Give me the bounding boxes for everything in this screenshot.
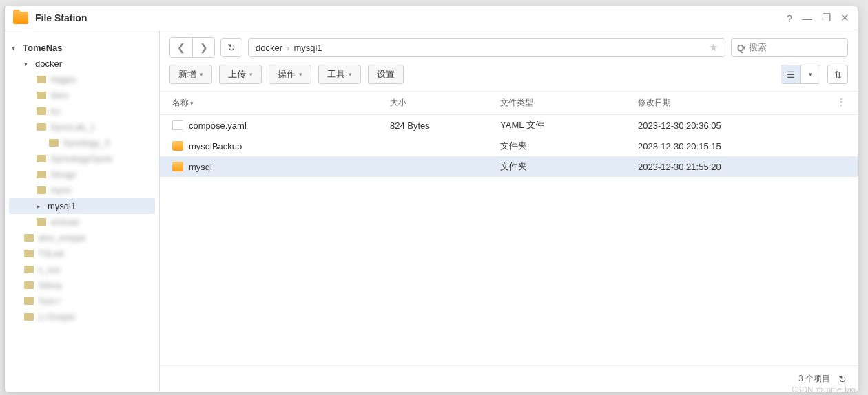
search-placeholder: 搜索 — [749, 41, 767, 54]
tree-label: SymologyOpsls — [50, 153, 112, 164]
tree-label: also_extype — [38, 233, 85, 243]
window-controls: ? — ❐ ✕ — [787, 12, 849, 24]
col-type-header[interactable]: 文件类型 — [500, 97, 638, 109]
folder-icon — [37, 171, 46, 178]
chevron-down-icon: ▾ — [12, 44, 19, 52]
folder-icon — [37, 155, 46, 162]
minimize-icon[interactable]: — — [802, 12, 812, 24]
file-date: 2023-12-30 21:55:20 — [638, 162, 834, 172]
help-icon[interactable]: ? — [787, 12, 792, 24]
caret-down-icon: ▾ — [743, 44, 746, 51]
refresh-button[interactable]: ↻ — [220, 38, 242, 57]
table-header: 名称▾ 大小 文件类型 修改日期 ⋮ — [160, 91, 858, 115]
tree-label: x_ssc — [38, 264, 61, 275]
tool-button[interactable]: 工具▾ — [318, 65, 361, 84]
tree-item[interactable]: Tost-r — [9, 293, 155, 309]
sort-button[interactable]: ⇅ — [827, 65, 848, 84]
tree-label: Silevy — [38, 280, 62, 290]
tree-label: wnload — [50, 217, 79, 227]
folder-icon — [37, 107, 46, 115]
breadcrumb-sep-icon: › — [287, 43, 289, 53]
app-title: File Station — [35, 12, 787, 23]
folder-icon — [37, 123, 46, 131]
tree-docker[interactable]: ▾ docker — [9, 56, 155, 72]
view-mode-group: ☰ ▾ — [781, 65, 820, 84]
tree-label: Hyml — [50, 185, 71, 195]
chevron-down-icon: ▾ — [24, 60, 31, 67]
tree-item[interactable]: also_extype — [9, 230, 155, 246]
status-bar: 3 个项目 ↻ — [160, 365, 858, 392]
tree-item[interactable]: Synology_3 — [9, 135, 155, 151]
tree-label: Hages — [50, 74, 76, 85]
tree-item[interactable]: ks- — [9, 103, 155, 119]
file-row[interactable]: mysql文件夹2023-12-30 21:55:20 — [160, 156, 858, 177]
tree-item[interactable]: Li Dreipki — [9, 309, 155, 325]
app-icon — [13, 12, 28, 24]
col-size-header[interactable]: 大小 — [390, 97, 500, 109]
folder-icon — [37, 92, 46, 99]
close-icon[interactable]: ✕ — [840, 12, 849, 24]
tree-item[interactable]: SymologyOpsls — [9, 151, 155, 167]
folder-icon — [24, 250, 34, 257]
file-type: 文件夹 — [500, 140, 638, 152]
col-date-header[interactable]: 修改日期 — [638, 97, 834, 109]
tree-mysql1[interactable]: ▸ mysql1 — [9, 198, 155, 214]
new-button[interactable]: 新增▾ — [169, 65, 212, 84]
tree-label: TSLeb — [38, 248, 64, 259]
breadcrumb[interactable]: docker › mysql1 ★ — [248, 38, 725, 57]
tree-item[interactable]: Hyml — [9, 182, 155, 198]
tree-label: Strugs — [50, 169, 76, 180]
toolbar-actions: 新增▾ 上传▾ 操作▾ 工具▾ 设置 ☰ ▾ ⇅ — [160, 62, 858, 91]
folder-icon — [37, 218, 46, 226]
search-input[interactable]: Q▾ 搜索 — [731, 38, 848, 57]
breadcrumb-part[interactable]: docker — [256, 43, 282, 53]
folder-icon — [24, 281, 34, 289]
file-list: compose.yaml824 BytesYAML 文件2023-12-30 2… — [160, 115, 858, 365]
file-name: compose.yaml — [189, 120, 247, 131]
tree-label: mysql1 — [48, 201, 76, 211]
settings-button[interactable]: 设置 — [368, 65, 404, 84]
folder-icon — [172, 141, 183, 151]
folder-icon — [37, 76, 46, 83]
file-row[interactable]: compose.yaml824 BytesYAML 文件2023-12-30 2… — [160, 115, 858, 136]
tree-item[interactable]: wnload — [9, 214, 155, 230]
tree-item[interactable]: Silevy — [9, 277, 155, 293]
maximize-icon[interactable]: ❐ — [822, 12, 831, 24]
file-station-window: File Station ? — ❐ ✕ ▾ TomeNas ▾ docker … — [4, 6, 858, 392]
tree-item[interactable]: Skm — [9, 87, 155, 103]
tree-root[interactable]: ▾ TomeNas — [9, 40, 155, 56]
folder-icon — [37, 186, 46, 194]
body: ▾ TomeNas ▾ docker Hages Skm ks- SyncLab… — [5, 30, 858, 392]
tree-item[interactable]: SyncLab_1 — [9, 119, 155, 135]
tree-item[interactable]: x_ssc — [9, 261, 155, 277]
refresh-footer-icon[interactable]: ↻ — [838, 374, 847, 385]
item-count: 3 个项目 — [798, 373, 830, 385]
back-button[interactable]: ❮ — [170, 38, 192, 57]
titlebar: File Station ? — ❐ ✕ — [5, 6, 858, 30]
folder-icon — [24, 313, 34, 321]
sort-caret-icon: ▾ — [190, 100, 194, 107]
tree-item[interactable]: Hages — [9, 72, 155, 87]
file-type: 文件夹 — [500, 160, 638, 173]
tree-item[interactable]: TSLeb — [9, 246, 155, 261]
forward-button[interactable]: ❯ — [192, 38, 214, 57]
folder-icon — [24, 266, 34, 273]
action-button[interactable]: 操作▾ — [269, 65, 311, 84]
upload-button[interactable]: 上传▾ — [219, 65, 262, 84]
tree-label: Skm — [50, 90, 68, 100]
folder-icon — [24, 234, 34, 242]
folder-icon — [49, 139, 59, 147]
toolbar-top: ❮ ❯ ↻ docker › mysql1 ★ Q▾ 搜索 — [160, 30, 858, 62]
column-menu-icon[interactable]: ⋮ — [834, 97, 848, 109]
list-view-icon[interactable]: ☰ — [781, 65, 800, 83]
file-name: mysqlBackup — [189, 141, 242, 151]
breadcrumb-part[interactable]: mysql1 — [293, 43, 322, 53]
col-name-header[interactable]: 名称▾ — [172, 97, 390, 109]
file-row[interactable]: mysqlBackup文件夹2023-12-30 20:15:15 — [160, 136, 858, 156]
tree-label: docker — [35, 58, 62, 69]
tree-label: ks- — [50, 106, 62, 116]
view-dropdown-icon[interactable]: ▾ — [800, 65, 820, 83]
favorite-icon[interactable]: ★ — [709, 41, 718, 54]
tree-item[interactable]: Strugs — [9, 167, 155, 182]
tree-label: TomeNas — [23, 43, 63, 53]
